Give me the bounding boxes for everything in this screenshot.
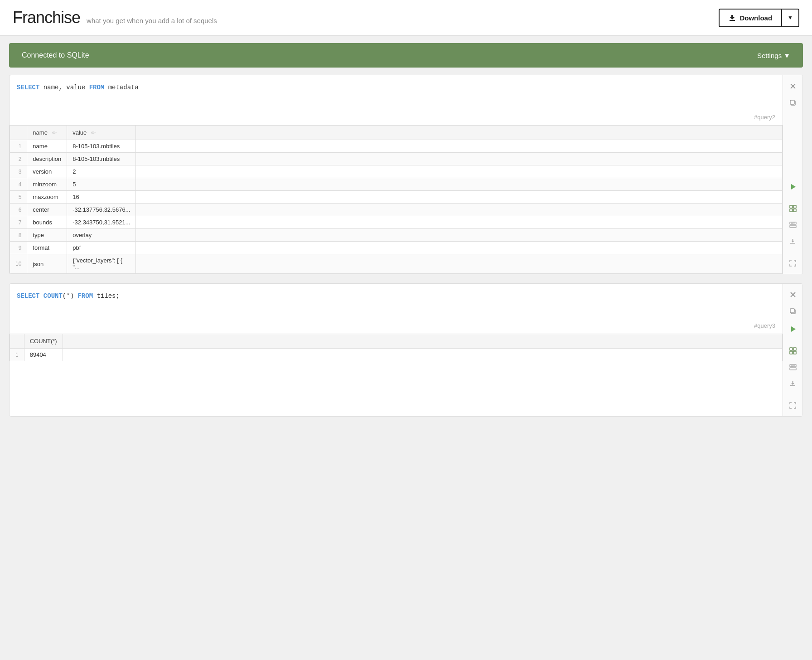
card-view-icon[interactable] <box>786 218 800 232</box>
cell-value: 8-105-103.mbtiles <box>67 140 136 153</box>
cell-name: bounds <box>27 216 67 229</box>
copy-icon-2[interactable] <box>786 304 800 318</box>
svg-rect-7 <box>793 205 796 208</box>
run-icon-2[interactable] <box>786 322 800 336</box>
cell-name: format <box>27 242 67 254</box>
close-icon-2[interactable] <box>786 287 800 302</box>
query-editor-1[interactable]: SELECT name, value FROM metadata #query2 <box>10 75 783 125</box>
col-header-name: name ✏ <box>27 126 67 140</box>
cell-value: 5 <box>67 178 136 191</box>
cell-name: maxzoom <box>27 191 67 204</box>
expand-icon[interactable] <box>786 256 800 270</box>
svg-marker-5 <box>791 184 796 189</box>
cell-name: minzoom <box>27 178 67 191</box>
cell-name: center <box>27 204 67 216</box>
cell-extra <box>63 349 782 361</box>
svg-rect-20 <box>790 348 793 350</box>
query-panel-1: SELECT name, value FROM metadata #query2… <box>9 75 803 274</box>
cell-extra <box>136 254 783 274</box>
query-label-2: #query3 <box>754 322 775 329</box>
grid-view-icon[interactable] <box>786 201 800 216</box>
table-row: 9 format pbf <box>10 242 783 254</box>
expand-icon-2[interactable] <box>786 398 800 412</box>
cell-count: 89404 <box>24 349 63 361</box>
cell-extra <box>136 140 783 153</box>
col2-header-extra <box>63 334 782 349</box>
svg-rect-14 <box>790 243 795 244</box>
app-header: Franchise what you get when you add a lo… <box>0 0 812 36</box>
cell-name: description <box>27 153 67 165</box>
grid-view-icon-2[interactable] <box>786 344 800 358</box>
sidebar-bottom-2 <box>786 322 800 336</box>
copy-icon[interactable] <box>786 95 800 110</box>
header-left: Franchise what you get when you add a lo… <box>13 8 217 27</box>
cell-extra <box>136 204 783 216</box>
svg-rect-6 <box>790 205 793 208</box>
edit-value-icon[interactable]: ✏ <box>91 130 96 136</box>
query-editor-2[interactable]: SELECT COUNT(*) FROM tiles; #query3 <box>10 284 783 334</box>
svg-rect-4 <box>790 100 794 104</box>
cell-name: version <box>27 165 67 178</box>
cell-rownum: 3 <box>10 165 27 178</box>
settings-caret-icon: ▼ <box>783 52 790 59</box>
table-row: 1 name 8-105-103.mbtiles <box>10 140 783 153</box>
svg-marker-19 <box>791 326 796 332</box>
cell-value: overlay <box>67 229 136 242</box>
cell-rownum: 6 <box>10 204 27 216</box>
query-label-1: #query2 <box>754 114 775 121</box>
cell-rownum: 5 <box>10 191 27 204</box>
cell-value: pbf <box>67 242 136 254</box>
cell-value: 16 <box>67 191 136 204</box>
settings-button[interactable]: Settings ▼ <box>757 52 790 59</box>
svg-rect-21 <box>793 348 796 350</box>
cell-value: -32.343750,31.9521... <box>67 216 136 229</box>
cell-rownum: 7 <box>10 216 27 229</box>
result-table-1: name ✏ value ✏ 1 name 8-105-103.mbtiles … <box>10 125 783 274</box>
col-header-value: value ✏ <box>67 126 136 140</box>
cell-value: 2 <box>67 165 136 178</box>
cell-rownum: 9 <box>10 242 27 254</box>
cell-extra <box>136 216 783 229</box>
svg-rect-13 <box>790 225 796 228</box>
download-button-group: Download ▼ <box>719 9 799 27</box>
table-header-row: name ✏ value ✏ <box>10 126 783 140</box>
download-icon <box>729 14 736 21</box>
query-sidebar-2 <box>783 284 802 416</box>
run-icon[interactable] <box>786 180 800 194</box>
cell-extra <box>136 191 783 204</box>
cell-extra <box>136 178 783 191</box>
table-row: 3 version 2 <box>10 165 783 178</box>
cell-rownum: 8 <box>10 229 27 242</box>
table-row: 4 minzoom 5 <box>10 178 783 191</box>
cell-rownum: 10 <box>10 254 27 274</box>
query-code-1: SELECT name, value FROM metadata <box>17 82 775 92</box>
export-icon-2[interactable] <box>786 376 800 391</box>
cell-value: -32.137756,32.5676... <box>67 204 136 216</box>
sidebar-top-1 <box>786 79 800 110</box>
table-row: 2 description 8-105-103.mbtiles <box>10 153 783 165</box>
close-icon[interactable] <box>786 79 800 93</box>
query-panel-2: SELECT COUNT(*) FROM tiles; #query3 COUN… <box>9 283 803 417</box>
svg-rect-28 <box>790 385 795 386</box>
app-title: Franchise <box>13 8 80 27</box>
query-sidebar-1 <box>783 75 802 274</box>
table-row: 6 center -32.137756,32.5676... <box>10 204 783 216</box>
export-icon[interactable] <box>786 234 800 248</box>
cell-rownum: 1 <box>10 349 24 361</box>
caret-icon: ▼ <box>788 15 793 21</box>
sidebar-bottom-1 <box>786 180 800 194</box>
download-button[interactable]: Download <box>720 10 781 26</box>
cell-value: 8-105-103.mbtiles <box>67 153 136 165</box>
col2-header-rownum <box>10 334 24 349</box>
download-caret-button[interactable]: ▼ <box>781 10 798 26</box>
card-view-icon-2[interactable] <box>786 360 800 374</box>
cell-name: type <box>27 229 67 242</box>
cell-extra <box>136 242 783 254</box>
table-row: 1 89404 <box>10 349 783 361</box>
query-main-2: SELECT COUNT(*) FROM tiles; #query3 COUN… <box>10 284 783 416</box>
connection-bar: Connected to SQLite Settings ▼ <box>9 43 803 68</box>
edit-name-icon[interactable]: ✏ <box>52 130 57 136</box>
cell-name: name <box>27 140 67 153</box>
query-code-2: SELECT COUNT(*) FROM tiles; <box>17 291 775 301</box>
cell-name: json <box>27 254 67 274</box>
